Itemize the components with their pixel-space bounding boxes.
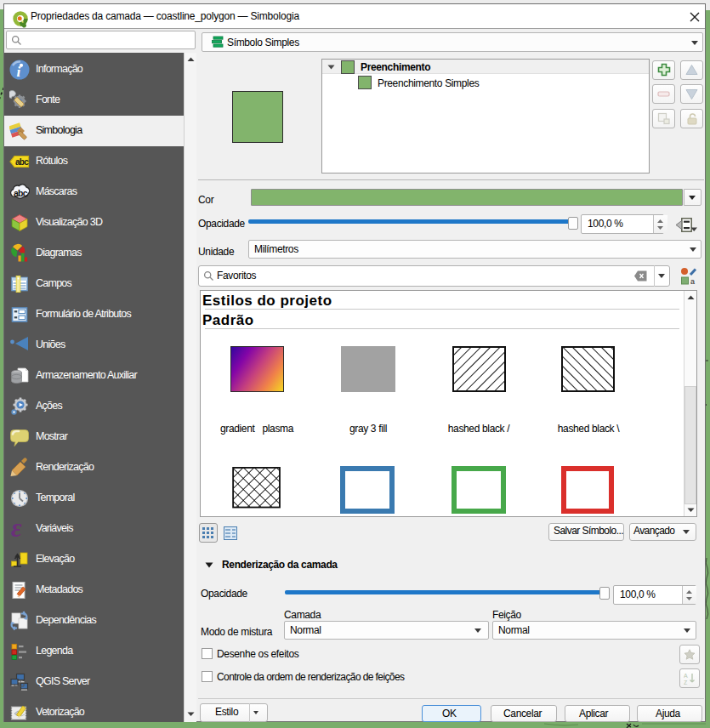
- svg-text:ε: ε: [11, 519, 22, 539]
- svg-text:A: A: [684, 673, 688, 679]
- svg-text:Z: Z: [684, 680, 688, 685]
- svg-text:abc: abc: [14, 188, 28, 198]
- svg-text:abc: abc: [15, 157, 29, 167]
- svg-text:a: a: [690, 277, 695, 285]
